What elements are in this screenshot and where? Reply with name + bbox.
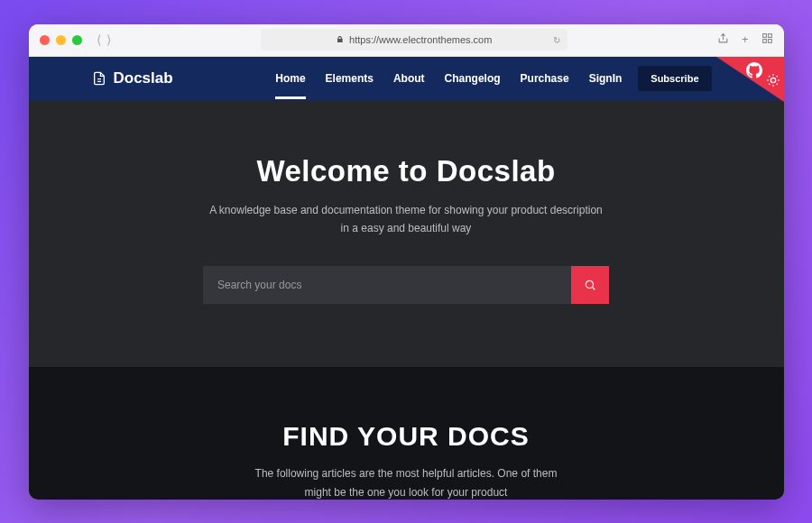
- corner-icons: [746, 60, 780, 87]
- back-button[interactable]: ⟨: [97, 32, 101, 47]
- hero-title: Welcome to Docslab: [29, 154, 784, 188]
- brand-name: Docslab: [114, 69, 173, 87]
- tabs-grid-icon[interactable]: [761, 32, 773, 47]
- svg-point-5: [586, 281, 593, 289]
- browser-toolbar: ⟨ ⟩ 🔒︎ https://www.electronthemes.com ↻ …: [29, 24, 784, 57]
- subscribe-button[interactable]: Subscribe: [638, 66, 711, 91]
- nav-arrows: ⟨ ⟩: [97, 32, 111, 47]
- svg-rect-1: [768, 34, 771, 38]
- search-button[interactable]: [571, 266, 609, 304]
- nav-link-changelog[interactable]: Changelog: [445, 58, 501, 99]
- github-icon[interactable]: [746, 62, 762, 78]
- svg-rect-3: [768, 40, 771, 43]
- close-window-button[interactable]: [40, 35, 50, 45]
- browser-window: ⟨ ⟩ 🔒︎ https://www.electronthemes.com ↻ …: [29, 24, 784, 500]
- reload-icon[interactable]: ↻: [553, 35, 560, 45]
- search-box: [203, 266, 609, 304]
- nav-link-purchase[interactable]: Purchase: [521, 58, 569, 99]
- lock-icon: 🔒︎: [336, 35, 344, 44]
- hero-section: Welcome to Docslab A knowledge base and …: [29, 100, 784, 368]
- minimize-window-button[interactable]: [56, 35, 66, 45]
- find-docs-subtitle: The following articles are the most help…: [29, 464, 784, 499]
- browser-actions: +: [717, 32, 773, 47]
- nav-link-elements[interactable]: Elements: [326, 58, 374, 99]
- search-input[interactable]: [203, 266, 571, 304]
- find-docs-title: FIND YOUR DOCS: [29, 421, 784, 452]
- url-text: https://www.electronthemes.com: [349, 34, 492, 45]
- nav-link-home[interactable]: Home: [275, 58, 305, 99]
- url-bar[interactable]: 🔒︎ https://www.electronthemes.com ↻: [261, 29, 567, 50]
- window-controls: [40, 35, 82, 45]
- site-navbar: Docslab Home Elements About Changelog Pu…: [29, 57, 784, 100]
- brand[interactable]: Docslab: [92, 69, 173, 87]
- nav-links: Home Elements About Changelog Purchase S…: [275, 58, 622, 99]
- share-icon[interactable]: [717, 32, 729, 47]
- search-icon: [584, 279, 596, 291]
- hero-subtitle: A knowledge base and documentation theme…: [29, 201, 784, 238]
- svg-rect-0: [762, 34, 766, 38]
- new-tab-icon[interactable]: +: [742, 32, 749, 47]
- maximize-window-button[interactable]: [72, 35, 82, 45]
- svg-point-4: [770, 78, 775, 82]
- nav-link-about[interactable]: About: [393, 58, 425, 99]
- document-icon: [92, 71, 106, 86]
- find-docs-section: FIND YOUR DOCS The following articles ar…: [29, 367, 784, 499]
- theme-toggle-icon[interactable]: [766, 73, 780, 87]
- site-viewport: Docslab Home Elements About Changelog Pu…: [29, 57, 784, 500]
- nav-link-signin[interactable]: SignIn: [589, 58, 623, 99]
- svg-rect-2: [762, 40, 766, 43]
- forward-button[interactable]: ⟩: [106, 32, 111, 47]
